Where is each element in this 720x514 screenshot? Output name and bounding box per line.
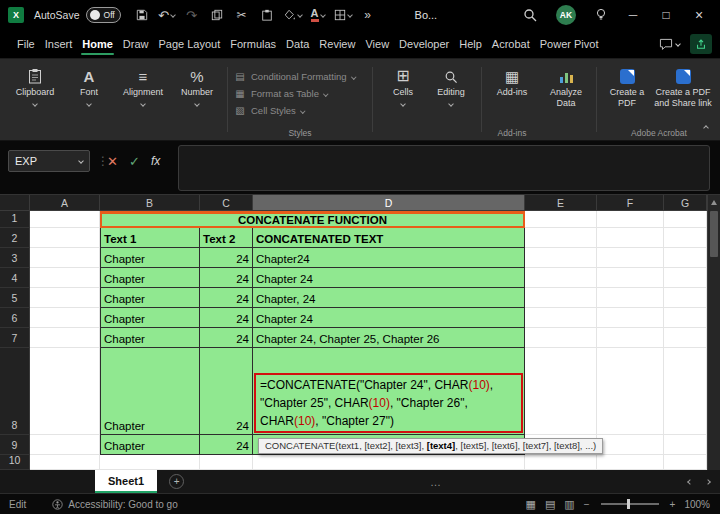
cell-B7[interactable]: Chapter xyxy=(100,328,200,348)
cell-A6[interactable] xyxy=(30,308,100,328)
cell-B3[interactable]: Chapter xyxy=(100,248,200,268)
zoom-in-button[interactable]: + xyxy=(670,499,676,510)
tab-draw[interactable]: Draw xyxy=(118,32,154,57)
add-sheet-button[interactable]: + xyxy=(169,474,184,489)
cell-A3[interactable] xyxy=(30,248,100,268)
tab-help[interactable]: Help xyxy=(454,32,487,57)
cell-B4[interactable]: Chapter xyxy=(100,268,200,288)
cell-G2[interactable] xyxy=(664,228,707,248)
tab-data[interactable]: Data xyxy=(281,32,314,57)
create-pdf-share-button[interactable]: Create a PDF and Share link xyxy=(651,63,715,109)
row-header-6[interactable]: 6 xyxy=(0,308,30,328)
row-header-4[interactable]: 4 xyxy=(0,268,30,288)
cell-E8[interactable] xyxy=(525,348,597,435)
cell-G1[interactable] xyxy=(664,211,707,228)
scroll-up-icon[interactable] xyxy=(711,200,717,205)
cell-E10[interactable] xyxy=(525,455,597,470)
tab-file[interactable]: File xyxy=(12,32,40,57)
tab-insert[interactable]: Insert xyxy=(40,32,78,57)
row-header-8[interactable]: 8 xyxy=(0,348,30,435)
page-layout-view-icon[interactable]: ▤ xyxy=(545,498,555,511)
col-header-E[interactable]: E xyxy=(525,195,597,211)
select-all-corner[interactable] xyxy=(0,195,30,211)
cell-F8[interactable] xyxy=(597,348,664,435)
cell-G10[interactable] xyxy=(664,455,707,470)
zoom-slider-handle[interactable] xyxy=(627,499,630,509)
cell-D4[interactable]: Chapter 24 xyxy=(253,268,525,288)
cell-E7[interactable] xyxy=(525,328,597,348)
cell-styles-button[interactable]: ▧ Cell Styles xyxy=(234,105,366,116)
row-header-3[interactable]: 3 xyxy=(0,248,30,268)
cell-G8[interactable] xyxy=(664,348,707,435)
cell-D6[interactable]: Chapter 24 xyxy=(253,308,525,328)
copy-button[interactable] xyxy=(208,4,226,26)
cell-A8[interactable] xyxy=(30,348,100,435)
autosave-control[interactable]: AutoSave Off xyxy=(34,7,121,23)
cell-A4[interactable] xyxy=(30,268,100,288)
col-header-D[interactable]: D xyxy=(253,195,525,211)
scroll-tabs-right-icon[interactable] xyxy=(705,479,711,485)
cell-E4[interactable] xyxy=(525,268,597,288)
cell-G6[interactable] xyxy=(664,308,707,328)
cell-C4[interactable]: 24 xyxy=(200,268,253,288)
cell-G3[interactable] xyxy=(664,248,707,268)
font-button[interactable]: A Font xyxy=(65,63,113,106)
cell-C10[interactable] xyxy=(200,455,253,470)
redo-button[interactable]: ↷ xyxy=(183,4,201,26)
number-button[interactable]: % Number xyxy=(173,63,221,106)
col-header-G[interactable]: G xyxy=(664,195,707,211)
tab-power-pivot[interactable]: Power Pivot xyxy=(535,32,604,57)
row-header-9[interactable]: 9 xyxy=(0,435,30,455)
cell-F4[interactable] xyxy=(597,268,664,288)
cell-F5[interactable] xyxy=(597,288,664,308)
cell-E1[interactable] xyxy=(525,211,597,228)
clipboard-button[interactable]: Clipboard xyxy=(11,63,59,106)
zoom-slider[interactable] xyxy=(601,503,659,505)
cell-C3[interactable]: 24 xyxy=(200,248,253,268)
addins-group-label[interactable]: Add-ins xyxy=(485,128,539,138)
excel-app-icon[interactable]: X xyxy=(8,7,24,23)
cell-C8[interactable]: 24 xyxy=(200,348,253,435)
cell-C9[interactable]: 24 xyxy=(200,435,253,455)
search-button[interactable] xyxy=(523,8,537,22)
cell-F9[interactable] xyxy=(597,435,664,455)
cell-A2[interactable] xyxy=(30,228,100,248)
cell-G5[interactable] xyxy=(664,288,707,308)
editing-button[interactable]: Editing xyxy=(427,63,475,106)
normal-view-icon[interactable]: ▦ xyxy=(526,498,536,511)
format-as-table-button[interactable]: ▦ Format as Table xyxy=(234,88,366,99)
tab-page-layout[interactable]: Page Layout xyxy=(153,32,225,57)
col-header-B[interactable]: B xyxy=(100,195,200,211)
tab-review[interactable]: Review xyxy=(314,32,360,57)
paste-button[interactable] xyxy=(258,4,276,26)
cell-E5[interactable] xyxy=(525,288,597,308)
cell-G9[interactable] xyxy=(664,435,707,455)
cell-F10[interactable] xyxy=(597,455,664,470)
cell-B6[interactable]: Chapter xyxy=(100,308,200,328)
scroll-tabs-left-icon[interactable] xyxy=(687,479,693,485)
cell-A1[interactable] xyxy=(30,211,100,228)
lightbulb-button[interactable] xyxy=(595,8,607,22)
col-header-A[interactable]: A xyxy=(30,195,100,211)
maximize-button[interactable]: □ xyxy=(659,8,673,22)
cell-C7[interactable]: 24 xyxy=(200,328,253,348)
font-color-button[interactable]: A xyxy=(309,4,327,26)
cell-D10[interactable] xyxy=(253,455,525,470)
analyze-data-button[interactable]: Analyze Data xyxy=(542,63,590,109)
share-button[interactable] xyxy=(690,34,712,54)
col-header-C[interactable]: C xyxy=(200,195,253,211)
fill-color-button[interactable] xyxy=(283,4,302,26)
zoom-level[interactable]: 100% xyxy=(684,499,710,510)
col-header-F[interactable]: F xyxy=(597,195,664,211)
cell-D8[interactable]: =CONCATENATE("Chapter 24", CHAR(10), "Ch… xyxy=(253,348,525,435)
conditional-formatting-button[interactable]: ▤ Conditional Formatting xyxy=(234,71,366,82)
scrollbar-thumb[interactable] xyxy=(710,211,718,257)
insert-function-button[interactable]: fx xyxy=(151,154,160,168)
tab-view[interactable]: View xyxy=(360,32,394,57)
cancel-button[interactable]: ✕ xyxy=(107,154,118,169)
collapse-ribbon-button[interactable] xyxy=(704,116,708,134)
cell-F2[interactable] xyxy=(597,228,664,248)
cell-F7[interactable] xyxy=(597,328,664,348)
styles-group-label[interactable]: Styles xyxy=(231,128,369,138)
cut-button[interactable]: ✂ xyxy=(233,4,251,26)
